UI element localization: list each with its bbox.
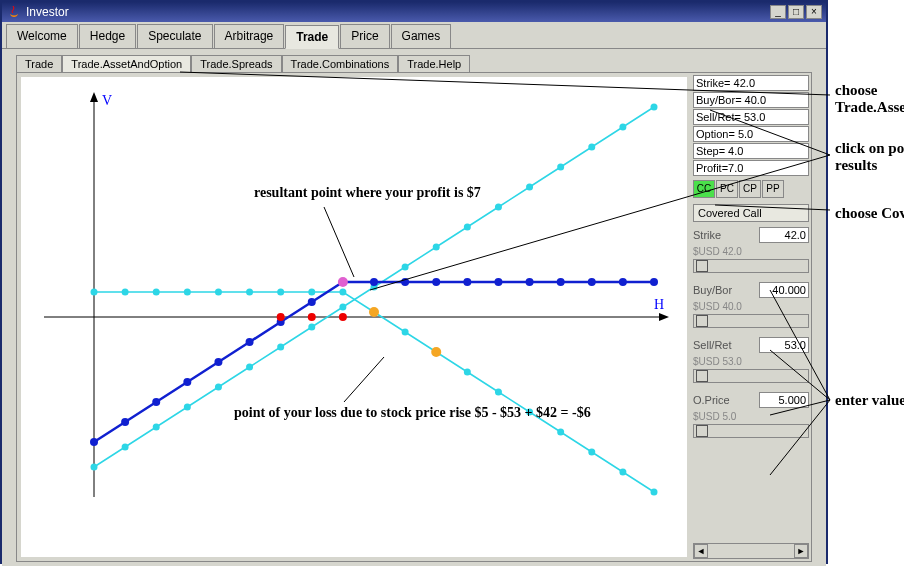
readout-option: Option= 5.0 [693, 126, 809, 142]
svg-marker-1 [90, 92, 98, 102]
svg-point-49 [246, 338, 254, 346]
svg-point-68 [431, 347, 441, 357]
oprice-slider[interactable] [693, 424, 809, 438]
strike-slider[interactable] [693, 259, 809, 273]
svg-point-13 [308, 324, 315, 331]
svg-point-17 [433, 244, 440, 251]
annotation-choose-cc: choose Covered Call [835, 205, 904, 222]
svg-point-33 [339, 289, 346, 296]
svg-point-60 [588, 278, 596, 286]
svg-point-23 [619, 124, 626, 131]
oprice-usd: $USD 5.0 [693, 411, 809, 422]
svg-point-65 [339, 313, 347, 321]
svg-point-32 [308, 289, 315, 296]
subtab-help[interactable]: Trade.Help [398, 55, 470, 72]
svg-line-69 [324, 207, 354, 277]
svg-point-62 [650, 278, 658, 286]
buybor-slider[interactable] [693, 314, 809, 328]
svg-point-10 [215, 384, 222, 391]
close-button[interactable]: × [806, 5, 822, 19]
svg-point-40 [557, 429, 564, 436]
readout-sellret: Sell/Ret= 53.0 [693, 109, 809, 125]
sub-tabs: Trade Trade.AssetAndOption Trade.Spreads… [8, 55, 820, 72]
svg-point-67 [369, 307, 379, 317]
svg-point-6 [91, 464, 98, 471]
tab-welcome[interactable]: Welcome [6, 24, 78, 48]
minimize-button[interactable]: _ [770, 5, 786, 19]
buybor-label: Buy/Bor [693, 284, 732, 296]
svg-point-47 [183, 378, 191, 386]
svg-point-59 [557, 278, 565, 286]
annotation-choose-tab: choose Trade.AssetAndOption [835, 82, 904, 116]
tab-hedge[interactable]: Hedge [79, 24, 136, 48]
side-panel: Strike= 42.0 Buy/Bor= 40.0 Sell/Ret= 53.… [691, 73, 811, 561]
svg-point-46 [152, 398, 160, 406]
svg-point-26 [122, 289, 129, 296]
svg-point-27 [153, 289, 160, 296]
java-icon [6, 4, 22, 20]
svg-point-51 [308, 298, 316, 306]
chart-annotation-loss: point of your loss due to stock price ri… [234, 405, 591, 420]
readout-step: Step= 4.0 [693, 143, 809, 159]
annotation-click-point: click on point and read results [835, 140, 904, 174]
svg-point-35 [402, 329, 409, 336]
main-tabs: Welcome Hedge Speculate Arbitrage Trade … [2, 22, 826, 49]
pp-button[interactable]: PP [762, 180, 784, 198]
svg-point-24 [651, 104, 658, 111]
svg-point-66 [338, 277, 348, 287]
scroll-left-icon[interactable]: ◄ [694, 544, 708, 558]
svg-point-45 [121, 418, 129, 426]
annotation-enter-values: enter values [835, 392, 904, 409]
svg-point-55 [432, 278, 440, 286]
tab-trade[interactable]: Trade [285, 25, 339, 49]
buybor-input[interactable] [759, 282, 809, 298]
payoff-chart[interactable]: V H resultant point where your profit is… [21, 77, 687, 557]
cp-button[interactable]: CP [739, 180, 761, 198]
subtab-trade[interactable]: Trade [16, 55, 62, 72]
readout-strike: Strike= 42.0 [693, 75, 809, 91]
oprice-input[interactable] [759, 392, 809, 408]
svg-point-21 [557, 164, 564, 171]
svg-point-53 [370, 278, 378, 286]
svg-point-11 [246, 364, 253, 371]
svg-point-38 [495, 389, 502, 396]
oprice-label: O.Price [693, 394, 730, 406]
readout-profit: Profit=7.0 [693, 160, 809, 176]
sellret-slider[interactable] [693, 369, 809, 383]
sellret-input[interactable] [759, 337, 809, 353]
svg-text:V: V [102, 93, 112, 108]
buybor-usd: $USD 40.0 [693, 301, 809, 312]
svg-point-56 [463, 278, 471, 286]
strike-input[interactable] [759, 227, 809, 243]
svg-point-8 [153, 424, 160, 431]
tab-speculate[interactable]: Speculate [137, 24, 212, 48]
svg-point-64 [308, 313, 316, 321]
subtab-assetandoption[interactable]: Trade.AssetAndOption [62, 55, 191, 72]
subtab-combinations[interactable]: Trade.Combinations [282, 55, 399, 72]
svg-point-28 [184, 289, 191, 296]
tab-arbitrage[interactable]: Arbitrage [214, 24, 285, 48]
sellret-usd: $USD 53.0 [693, 356, 809, 367]
tab-games[interactable]: Games [391, 24, 452, 48]
pc-button[interactable]: PC [716, 180, 738, 198]
svg-point-44 [90, 438, 98, 446]
cc-button[interactable]: CC [693, 180, 715, 198]
svg-point-42 [619, 469, 626, 476]
svg-point-14 [339, 304, 346, 311]
tab-price[interactable]: Price [340, 24, 389, 48]
svg-point-41 [588, 449, 595, 456]
chart-annotation-profit: resultant point where your profit is $7 [254, 185, 481, 200]
svg-point-58 [526, 278, 534, 286]
horizontal-scrollbar[interactable]: ◄ ► [693, 543, 809, 559]
maximize-button[interactable]: □ [788, 5, 804, 19]
svg-point-18 [464, 224, 471, 231]
chart-area[interactable]: V H resultant point where your profit is… [21, 77, 687, 557]
svg-marker-4 [659, 313, 669, 321]
subtab-spreads[interactable]: Trade.Spreads [191, 55, 281, 72]
svg-point-30 [246, 289, 253, 296]
scroll-right-icon[interactable]: ► [794, 544, 808, 558]
svg-point-20 [526, 184, 533, 191]
svg-point-37 [464, 369, 471, 376]
strategy-label: Covered Call [693, 204, 809, 222]
svg-point-12 [277, 344, 284, 351]
